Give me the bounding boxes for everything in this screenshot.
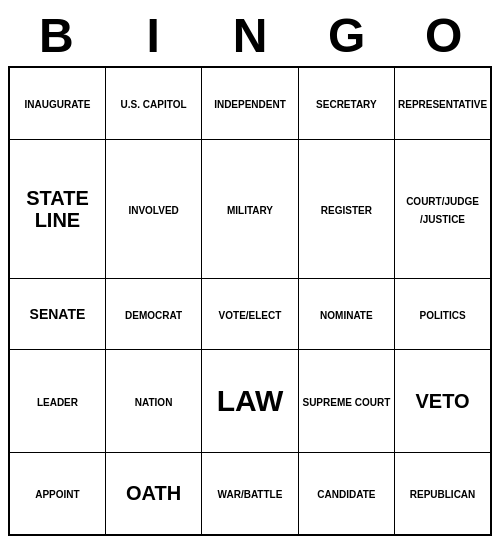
- cell-2-0: SENATE: [30, 306, 86, 322]
- letter-g: G: [298, 12, 395, 60]
- cell-1-4: COURT/JUDGE /JUSTICE: [406, 196, 479, 225]
- cell-0-3: SECRETARY: [316, 99, 377, 110]
- table-row: INDEPENDENT: [202, 67, 298, 139]
- table-row: COURT/JUDGE /JUSTICE: [395, 139, 491, 278]
- letter-b: B: [8, 12, 105, 60]
- table-row: CANDIDATE: [298, 452, 394, 535]
- letter-n: N: [202, 12, 299, 60]
- table-row: NOMINATE: [298, 279, 394, 350]
- table-row: REPUBLICAN: [395, 452, 491, 535]
- table-row: STATE LINE: [9, 139, 105, 278]
- cell-2-2: VOTE/ELECT: [219, 310, 282, 321]
- table-row: LEADER: [9, 350, 105, 453]
- table-row: SUPREME COURT: [298, 350, 394, 453]
- table-row: REGISTER: [298, 139, 394, 278]
- table-row: NATION: [105, 350, 201, 453]
- table-row: MILITARY: [202, 139, 298, 278]
- cell-0-0: INAUGURATE: [24, 99, 90, 110]
- cell-4-4: REPUBLICAN: [410, 489, 476, 500]
- table-row: OATH: [105, 452, 201, 535]
- table-row: REPRESENTATIVE: [395, 67, 491, 139]
- cell-0-4: REPRESENTATIVE: [398, 99, 487, 110]
- cell-4-2: WAR/BATTLE: [218, 489, 283, 500]
- cell-3-1: NATION: [135, 397, 173, 408]
- table-row: VOTE/ELECT: [202, 279, 298, 350]
- table-row: SENATE: [9, 279, 105, 350]
- cell-4-0: APPOINT: [35, 489, 79, 500]
- cell-2-4: POLITICS: [419, 310, 465, 321]
- bingo-grid: INAUGURATEU.S. CAPITOLINDEPENDENTSECRETA…: [8, 66, 492, 536]
- cell-1-3: REGISTER: [321, 205, 372, 216]
- bingo-title: B I N G O: [8, 8, 492, 66]
- cell-3-4: VETO: [415, 390, 469, 412]
- cell-3-2: LAW: [217, 384, 284, 417]
- cell-0-1: U.S. CAPITOL: [121, 99, 187, 110]
- table-row: INAUGURATE: [9, 67, 105, 139]
- table-row: POLITICS: [395, 279, 491, 350]
- cell-2-3: NOMINATE: [320, 310, 373, 321]
- letter-o: O: [395, 12, 492, 60]
- cell-3-3: SUPREME COURT: [302, 397, 390, 408]
- cell-4-1: OATH: [126, 482, 181, 504]
- table-row: INVOLVED: [105, 139, 201, 278]
- table-row: APPOINT: [9, 452, 105, 535]
- table-row: LAW: [202, 350, 298, 453]
- cell-1-0: STATE LINE: [26, 187, 89, 231]
- table-row: VETO: [395, 350, 491, 453]
- cell-3-0: LEADER: [37, 397, 78, 408]
- cell-1-2: MILITARY: [227, 205, 273, 216]
- cell-2-1: DEMOCRAT: [125, 310, 182, 321]
- table-row: DEMOCRAT: [105, 279, 201, 350]
- letter-i: I: [105, 12, 202, 60]
- cell-4-3: CANDIDATE: [317, 489, 375, 500]
- cell-1-1: INVOLVED: [128, 205, 178, 216]
- table-row: SECRETARY: [298, 67, 394, 139]
- table-row: WAR/BATTLE: [202, 452, 298, 535]
- table-row: U.S. CAPITOL: [105, 67, 201, 139]
- cell-0-2: INDEPENDENT: [214, 99, 286, 110]
